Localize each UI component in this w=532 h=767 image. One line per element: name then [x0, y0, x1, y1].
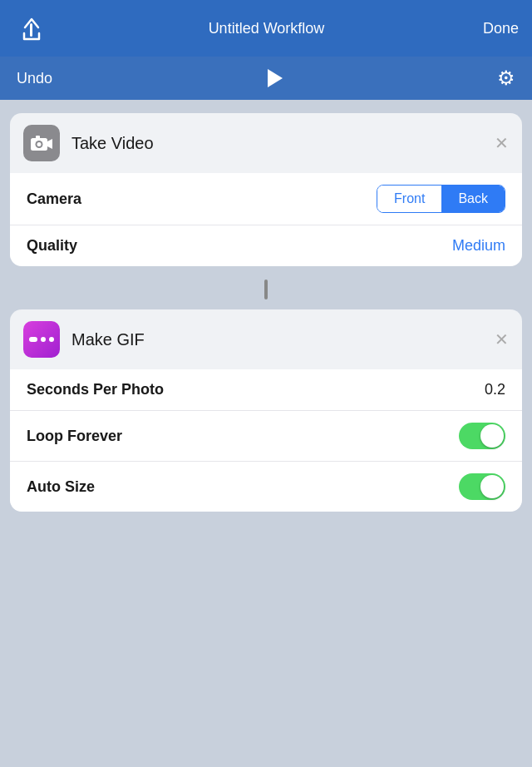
scroll-indicator-area: [10, 275, 522, 304]
done-button[interactable]: Done: [483, 20, 519, 37]
loop-forever-label: Loop Forever: [27, 428, 122, 445]
gif-dot-2: [41, 337, 46, 342]
seconds-per-photo-value[interactable]: 0.2: [485, 381, 505, 398]
auto-size-row: Auto Size: [10, 462, 522, 512]
make-gif-title: Make GIF: [71, 330, 145, 349]
quality-value[interactable]: Medium: [452, 237, 505, 255]
seconds-per-photo-row: Seconds Per Photo 0.2: [10, 369, 522, 411]
make-gif-body: Seconds Per Photo 0.2 Loop Forever Auto …: [10, 369, 522, 512]
scroll-indicator: [264, 280, 268, 299]
share-button[interactable]: [13, 10, 50, 47]
auto-size-toggle[interactable]: [459, 473, 505, 500]
svg-point-3: [37, 142, 42, 146]
take-video-card: Take Video ✕ Camera Front Back Quality M…: [10, 113, 522, 266]
gear-icon: ⚙: [497, 67, 515, 89]
camera-label: Camera: [27, 191, 81, 208]
main-content: Take Video ✕ Camera Front Back Quality M…: [0, 100, 532, 532]
loop-forever-toggle-knob: [480, 424, 504, 448]
gif-icon-dots: [29, 337, 54, 342]
gif-dot-1: [29, 337, 37, 342]
loop-forever-row: Loop Forever: [10, 411, 522, 462]
gif-card-icon: [23, 321, 60, 358]
svg-rect-0: [30, 23, 32, 37]
quality-row: Quality Medium: [10, 225, 522, 266]
take-video-title: Take Video: [71, 134, 154, 153]
secondary-header: Undo ⚙: [0, 57, 532, 100]
auto-size-label: Auto Size: [27, 478, 95, 496]
camera-card-icon: [23, 125, 60, 161]
camera-row: Camera Front Back: [10, 173, 522, 225]
camera-segment-control[interactable]: Front Back: [377, 185, 505, 213]
seconds-per-photo-label: Seconds Per Photo: [27, 381, 164, 398]
take-video-body: Camera Front Back Quality Medium: [10, 173, 522, 266]
make-gif-card: Make GIF ✕ Seconds Per Photo 0.2 Loop Fo…: [10, 309, 522, 512]
play-icon: [268, 69, 283, 87]
undo-button[interactable]: Undo: [17, 70, 52, 87]
make-gif-close-button[interactable]: ✕: [495, 331, 509, 348]
camera-front-option[interactable]: Front: [377, 186, 441, 212]
quality-label: Quality: [27, 237, 77, 255]
take-video-close-button[interactable]: ✕: [495, 135, 509, 151]
svg-marker-5: [47, 139, 52, 149]
make-gif-header: Make GIF ✕: [10, 309, 522, 369]
top-header: Untitled Workflow Done: [0, 0, 532, 57]
settings-button[interactable]: ⚙: [497, 67, 515, 90]
workflow-title: Untitled Workflow: [209, 20, 325, 37]
take-video-header: Take Video ✕: [10, 113, 522, 173]
play-button[interactable]: [268, 69, 283, 87]
loop-forever-toggle[interactable]: [459, 423, 505, 449]
svg-rect-4: [36, 136, 40, 139]
auto-size-toggle-knob: [480, 475, 504, 498]
gif-dot-3: [49, 337, 54, 342]
camera-back-option[interactable]: Back: [441, 186, 505, 212]
